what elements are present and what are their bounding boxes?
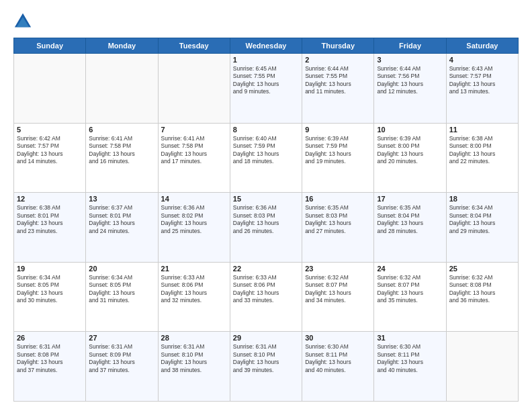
calendar-cell — [14, 54, 86, 124]
day-number: 3 — [377, 56, 443, 64]
day-info: Sunrise: 6:34 AM Sunset: 8:05 PM Dayligh… — [89, 274, 154, 305]
calendar-cell: 11Sunrise: 6:38 AM Sunset: 8:00 PM Dayli… — [446, 123, 518, 193]
calendar-cell: 2Sunrise: 6:44 AM Sunset: 7:55 PM Daylig… — [302, 54, 374, 124]
day-info: Sunrise: 6:32 AM Sunset: 8:07 PM Dayligh… — [305, 274, 371, 305]
day-number: 13 — [89, 195, 154, 203]
calendar-cell: 29Sunrise: 6:31 AM Sunset: 8:10 PM Dayli… — [230, 332, 302, 402]
calendar-cell: 21Sunrise: 6:33 AM Sunset: 8:06 PM Dayli… — [158, 262, 230, 332]
day-number: 25 — [449, 265, 515, 273]
day-number: 27 — [89, 334, 154, 342]
day-info: Sunrise: 6:36 AM Sunset: 8:02 PM Dayligh… — [161, 204, 227, 235]
day-info: Sunrise: 6:34 AM Sunset: 8:05 PM Dayligh… — [17, 274, 83, 305]
day-number: 9 — [305, 126, 371, 134]
day-info: Sunrise: 6:34 AM Sunset: 8:04 PM Dayligh… — [449, 204, 515, 235]
day-number: 26 — [17, 334, 83, 342]
day-info: Sunrise: 6:38 AM Sunset: 8:00 PM Dayligh… — [449, 135, 515, 166]
weekday-header-tuesday: Tuesday — [158, 38, 230, 54]
calendar-cell: 9Sunrise: 6:39 AM Sunset: 7:59 PM Daylig… — [302, 123, 374, 193]
calendar-week-2: 5Sunrise: 6:42 AM Sunset: 7:57 PM Daylig… — [14, 123, 519, 193]
calendar-cell — [158, 54, 230, 124]
day-number: 15 — [233, 195, 299, 203]
day-info: Sunrise: 6:31 AM Sunset: 8:08 PM Dayligh… — [17, 343, 83, 374]
day-info: Sunrise: 6:41 AM Sunset: 7:58 PM Dayligh… — [161, 135, 227, 166]
day-number: 21 — [161, 265, 227, 273]
day-number: 31 — [377, 334, 443, 342]
calendar-week-4: 19Sunrise: 6:34 AM Sunset: 8:05 PM Dayli… — [14, 262, 519, 332]
logo — [13, 12, 35, 31]
calendar-cell: 30Sunrise: 6:30 AM Sunset: 8:11 PM Dayli… — [302, 332, 374, 402]
day-number: 5 — [17, 126, 83, 134]
day-number: 29 — [233, 334, 299, 342]
day-number: 18 — [449, 195, 515, 203]
day-info: Sunrise: 6:35 AM Sunset: 8:04 PM Dayligh… — [377, 204, 443, 235]
day-info: Sunrise: 6:38 AM Sunset: 8:01 PM Dayligh… — [17, 204, 83, 235]
weekday-header-wednesday: Wednesday — [230, 38, 302, 54]
calendar-body: 1Sunrise: 6:45 AM Sunset: 7:55 PM Daylig… — [14, 54, 519, 402]
calendar-cell: 4Sunrise: 6:43 AM Sunset: 7:57 PM Daylig… — [446, 54, 518, 124]
day-number: 30 — [305, 334, 371, 342]
day-info: Sunrise: 6:44 AM Sunset: 7:55 PM Dayligh… — [305, 65, 371, 96]
calendar-cell: 6Sunrise: 6:41 AM Sunset: 7:58 PM Daylig… — [86, 123, 158, 193]
calendar-cell: 16Sunrise: 6:35 AM Sunset: 8:03 PM Dayli… — [302, 193, 374, 263]
calendar-cell: 8Sunrise: 6:40 AM Sunset: 7:59 PM Daylig… — [230, 123, 302, 193]
day-info: Sunrise: 6:31 AM Sunset: 8:09 PM Dayligh… — [89, 343, 154, 374]
day-info: Sunrise: 6:41 AM Sunset: 7:58 PM Dayligh… — [89, 135, 154, 166]
day-number: 23 — [305, 265, 371, 273]
calendar-cell: 17Sunrise: 6:35 AM Sunset: 8:04 PM Dayli… — [374, 193, 446, 263]
day-number: 4 — [449, 56, 515, 64]
calendar-cell: 23Sunrise: 6:32 AM Sunset: 8:07 PM Dayli… — [302, 262, 374, 332]
calendar-cell: 25Sunrise: 6:32 AM Sunset: 8:08 PM Dayli… — [446, 262, 518, 332]
day-info: Sunrise: 6:39 AM Sunset: 8:00 PM Dayligh… — [377, 135, 443, 166]
day-info: Sunrise: 6:33 AM Sunset: 8:06 PM Dayligh… — [161, 274, 227, 305]
day-number: 1 — [233, 56, 299, 64]
calendar-cell: 7Sunrise: 6:41 AM Sunset: 7:58 PM Daylig… — [158, 123, 230, 193]
day-number: 28 — [161, 334, 227, 342]
page: SundayMondayTuesdayWednesdayThursdayFrid… — [0, 0, 532, 411]
day-info: Sunrise: 6:45 AM Sunset: 7:55 PM Dayligh… — [233, 65, 299, 96]
calendar-cell: 20Sunrise: 6:34 AM Sunset: 8:05 PM Dayli… — [86, 262, 158, 332]
calendar-week-5: 26Sunrise: 6:31 AM Sunset: 8:08 PM Dayli… — [14, 332, 519, 402]
day-info: Sunrise: 6:36 AM Sunset: 8:03 PM Dayligh… — [233, 204, 299, 235]
logo-icon — [13, 12, 32, 31]
calendar-cell: 13Sunrise: 6:37 AM Sunset: 8:01 PM Dayli… — [86, 193, 158, 263]
calendar-cell: 10Sunrise: 6:39 AM Sunset: 8:00 PM Dayli… — [374, 123, 446, 193]
day-number: 6 — [89, 126, 154, 134]
weekday-row: SundayMondayTuesdayWednesdayThursdayFrid… — [14, 38, 519, 54]
header — [13, 12, 519, 31]
day-number: 10 — [377, 126, 443, 134]
calendar-cell: 3Sunrise: 6:44 AM Sunset: 7:56 PM Daylig… — [374, 54, 446, 124]
calendar-cell: 15Sunrise: 6:36 AM Sunset: 8:03 PM Dayli… — [230, 193, 302, 263]
day-number: 16 — [305, 195, 371, 203]
calendar-cell: 5Sunrise: 6:42 AM Sunset: 7:57 PM Daylig… — [14, 123, 86, 193]
day-number: 11 — [449, 126, 515, 134]
calendar-cell: 26Sunrise: 6:31 AM Sunset: 8:08 PM Dayli… — [14, 332, 86, 402]
day-info: Sunrise: 6:31 AM Sunset: 8:10 PM Dayligh… — [233, 343, 299, 374]
calendar-cell: 22Sunrise: 6:33 AM Sunset: 8:06 PM Dayli… — [230, 262, 302, 332]
weekday-header-sunday: Sunday — [14, 38, 86, 54]
day-number: 20 — [89, 265, 154, 273]
day-info: Sunrise: 6:37 AM Sunset: 8:01 PM Dayligh… — [89, 204, 154, 235]
weekday-header-thursday: Thursday — [302, 38, 374, 54]
weekday-header-friday: Friday — [374, 38, 446, 54]
day-info: Sunrise: 6:42 AM Sunset: 7:57 PM Dayligh… — [17, 135, 83, 166]
day-info: Sunrise: 6:32 AM Sunset: 8:07 PM Dayligh… — [377, 274, 443, 305]
calendar-cell: 27Sunrise: 6:31 AM Sunset: 8:09 PM Dayli… — [86, 332, 158, 402]
day-info: Sunrise: 6:32 AM Sunset: 8:08 PM Dayligh… — [449, 274, 515, 305]
day-number: 22 — [233, 265, 299, 273]
calendar-week-1: 1Sunrise: 6:45 AM Sunset: 7:55 PM Daylig… — [14, 54, 519, 124]
calendar-cell: 14Sunrise: 6:36 AM Sunset: 8:02 PM Dayli… — [158, 193, 230, 263]
weekday-header-monday: Monday — [86, 38, 158, 54]
calendar-cell: 19Sunrise: 6:34 AM Sunset: 8:05 PM Dayli… — [14, 262, 86, 332]
calendar-cell: 1Sunrise: 6:45 AM Sunset: 7:55 PM Daylig… — [230, 54, 302, 124]
day-info: Sunrise: 6:30 AM Sunset: 8:11 PM Dayligh… — [377, 343, 443, 374]
day-number: 14 — [161, 195, 227, 203]
day-number: 17 — [377, 195, 443, 203]
calendar-cell — [86, 54, 158, 124]
day-info: Sunrise: 6:35 AM Sunset: 8:03 PM Dayligh… — [305, 204, 371, 235]
calendar-cell: 24Sunrise: 6:32 AM Sunset: 8:07 PM Dayli… — [374, 262, 446, 332]
calendar-week-3: 12Sunrise: 6:38 AM Sunset: 8:01 PM Dayli… — [14, 193, 519, 263]
calendar-cell — [446, 332, 518, 402]
calendar-cell: 28Sunrise: 6:31 AM Sunset: 8:10 PM Dayli… — [158, 332, 230, 402]
calendar-header: SundayMondayTuesdayWednesdayThursdayFrid… — [14, 38, 519, 54]
day-number: 12 — [17, 195, 83, 203]
